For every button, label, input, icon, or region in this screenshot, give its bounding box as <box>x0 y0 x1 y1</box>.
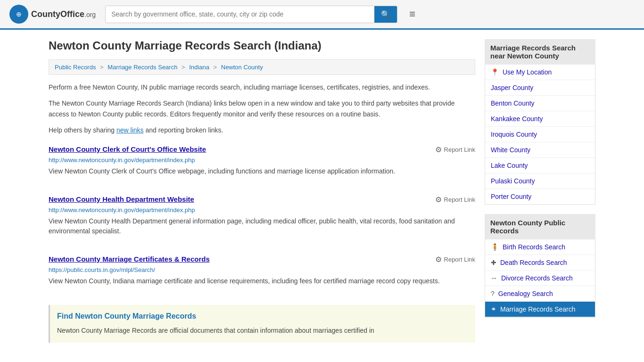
breadcrumb-sep3: > <box>214 64 219 71</box>
sidebar-birth-records[interactable]: 🧍 Birth Records Search <box>485 239 595 255</box>
logo-name: CountyOffice <box>31 9 84 19</box>
white-county-link[interactable]: White County <box>491 146 530 154</box>
record-url-1[interactable]: http://www.newtoncounty.in.gov/departmen… <box>49 156 475 164</box>
logo[interactable]: ⊕ CountyOffice.org <box>9 5 96 24</box>
record-item-2: Newton County Health Department Website … <box>49 195 475 243</box>
genealogy-link[interactable]: Genealogy Search <box>498 290 553 297</box>
breadcrumb-newton-county[interactable]: Newton County <box>221 64 263 71</box>
genealogy-icon: ? <box>491 290 495 297</box>
new-links-link[interactable]: new links <box>116 126 144 134</box>
report-icon-1: ⚙ <box>435 145 442 154</box>
record-title-1[interactable]: Newton County Clerk of Court's Office We… <box>49 145 206 153</box>
main-container: Newton County Marriage Records Search (I… <box>39 30 605 352</box>
sidebar-item-jasper[interactable]: Jasper County <box>485 80 595 96</box>
record-item-2-header: Newton County Health Department Website … <box>49 195 475 204</box>
breadcrumb-sep2: > <box>182 64 187 71</box>
report-label-1: Report Link <box>444 146 475 153</box>
birth-records-link[interactable]: Birth Records Search <box>503 243 565 251</box>
breadcrumb-indiana[interactable]: Indiana <box>189 64 209 71</box>
sidebar-public-records-title: Newton County Public Records <box>485 214 595 239</box>
content-area: Newton County Marriage Records Search (I… <box>49 39 475 343</box>
record-title-3[interactable]: Newton County Marriage Certificates & Re… <box>49 255 210 263</box>
search-button[interactable]: 🔍 <box>374 6 397 23</box>
header: ⊕ CountyOffice.org 🔍 ≡ <box>0 0 644 30</box>
search-input[interactable] <box>106 7 374 22</box>
sidebar-item-porter[interactable]: Porter County <box>485 189 595 204</box>
logo-text: CountyOffice.org <box>31 9 96 19</box>
record-desc-2: View Newton County Health Department gen… <box>49 216 475 236</box>
benton-county-link[interactable]: Benton County <box>491 99 535 107</box>
iroquois-county-link[interactable]: Iroquois County <box>491 131 537 138</box>
sidebar-marriage-records[interactable]: ⚭ Marriage Records Search <box>485 302 595 317</box>
report-link-2[interactable]: ⚙ Report Link <box>435 195 475 204</box>
location-icon: 📍 <box>491 68 499 76</box>
search-area: 🔍 <box>105 6 397 23</box>
record-desc-1: View Newton County Clerk of Court's Offi… <box>49 166 475 176</box>
sidebar-nearby-list: 📍 Use My Location Jasper County Benton C… <box>485 65 595 205</box>
breadcrumb-marriage-records[interactable]: Marriage Records Search <box>107 64 177 71</box>
sharing-text: Help others by sharing new links and rep… <box>49 125 475 135</box>
use-my-location-link[interactable]: Use My Location <box>503 68 552 76</box>
record-item-1: Newton County Clerk of Court's Office We… <box>49 145 475 183</box>
intro-text: Perform a free Newton County, IN public … <box>49 82 475 92</box>
kankakee-county-link[interactable]: Kankakee County <box>491 115 543 123</box>
sidebar-genealogy[interactable]: ? Genealogy Search <box>485 286 595 302</box>
sidebar-item-iroquois[interactable]: Iroquois County <box>485 127 595 142</box>
sidebar-divorce-records[interactable]: ↔ Divorce Records Search <box>485 271 595 286</box>
report-link-1[interactable]: ⚙ Report Link <box>435 145 475 154</box>
pulaski-county-link[interactable]: Pulaski County <box>491 177 535 185</box>
breadcrumb: Public Records > Marriage Records Search… <box>49 59 475 75</box>
page-title: Newton County Marriage Records Search (I… <box>49 39 475 52</box>
logo-org: .org <box>84 11 96 18</box>
sidebar-public-records-section: Newton County Public Records 🧍 Birth Rec… <box>485 214 595 318</box>
logo-icon: ⊕ <box>9 5 28 24</box>
sidebar-death-records[interactable]: ✚ Death Records Search <box>485 255 595 271</box>
lake-county-link[interactable]: Lake County <box>491 162 528 169</box>
secondary-text: The Newton County Marriage Records Searc… <box>49 98 475 119</box>
sidebar: Marriage Records Search near Newton Coun… <box>485 39 595 343</box>
record-desc-3: View Newton County, Indiana marriage cer… <box>49 276 475 286</box>
report-label-3: Report Link <box>444 256 475 263</box>
sidebar-public-records-list: 🧍 Birth Records Search ✚ Death Records S… <box>485 239 595 318</box>
sidebar-item-white[interactable]: White County <box>485 142 595 158</box>
marriage-records-link[interactable]: Marriage Records Search <box>500 305 576 313</box>
sidebar-item-lake[interactable]: Lake County <box>485 158 595 173</box>
sidebar-item-pulaski[interactable]: Pulaski County <box>485 173 595 189</box>
sidebar-nearby-section: Marriage Records Search near Newton Coun… <box>485 39 595 205</box>
sidebar-item-benton[interactable]: Benton County <box>485 96 595 111</box>
sidebar-item-kankakee[interactable]: Kankakee County <box>485 111 595 127</box>
report-icon-2: ⚙ <box>435 195 442 204</box>
divorce-icon: ↔ <box>491 274 497 282</box>
find-description: Newton County Marriage Records are offic… <box>57 325 468 336</box>
divorce-records-link[interactable]: Divorce Records Search <box>501 274 573 282</box>
record-item-1-header: Newton County Clerk of Court's Office We… <box>49 145 475 154</box>
report-link-3[interactable]: ⚙ Report Link <box>435 255 475 264</box>
record-title-2[interactable]: Newton County Health Department Website <box>49 195 194 203</box>
sidebar-item-use-location[interactable]: 📍 Use My Location <box>485 65 595 80</box>
find-title: Find Newton County Marriage Records <box>57 312 468 321</box>
breadcrumb-sep1: > <box>100 64 105 71</box>
find-section: Find Newton County Marriage Records Newt… <box>49 305 475 343</box>
record-url-3[interactable]: https://public.courts.in.gov/mlpl/Search… <box>49 266 475 273</box>
report-icon-3: ⚙ <box>435 255 442 264</box>
sidebar-nearby-title: Marriage Records Search near Newton Coun… <box>485 39 595 65</box>
jasper-county-link[interactable]: Jasper County <box>491 84 533 91</box>
record-item-3-header: Newton County Marriage Certificates & Re… <box>49 255 475 264</box>
death-icon: ✚ <box>491 259 496 266</box>
menu-button[interactable]: ≡ <box>407 6 418 23</box>
svg-text:⊕: ⊕ <box>16 10 22 18</box>
record-url-2[interactable]: http://www.newtoncounty.in.gov/departmen… <box>49 206 475 214</box>
breadcrumb-public-records[interactable]: Public Records <box>55 64 96 71</box>
report-label-2: Report Link <box>444 196 475 203</box>
record-item-3: Newton County Marriage Certificates & Re… <box>49 255 475 293</box>
birth-icon: 🧍 <box>491 243 499 251</box>
death-records-link[interactable]: Death Records Search <box>500 259 567 266</box>
marriage-icon: ⚭ <box>491 305 496 313</box>
porter-county-link[interactable]: Porter County <box>491 193 531 200</box>
